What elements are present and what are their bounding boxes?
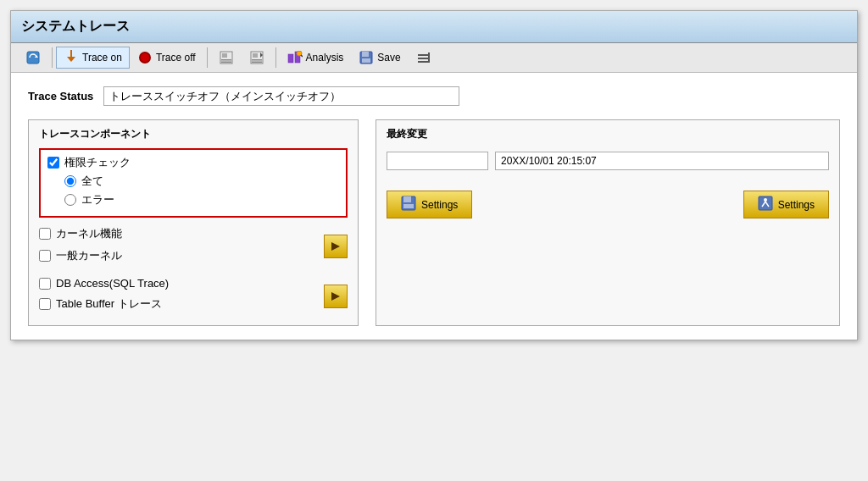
last-changed-date-input[interactable] — [495, 152, 829, 170]
table-buffer-checkbox[interactable] — [39, 298, 51, 310]
toolbar: Trace on Trace off — [11, 43, 857, 73]
svg-rect-5 — [222, 53, 227, 58]
save-icon — [359, 50, 374, 65]
svg-rect-21 — [418, 58, 430, 59]
left-panel-title: トレースコンポーネント — [39, 127, 348, 141]
all-radio-row: 全て — [64, 174, 339, 189]
settings-load-icon — [758, 196, 773, 213]
save-list-2-icon — [249, 50, 264, 65]
db-access-checkbox[interactable] — [39, 278, 51, 290]
svg-marker-3 — [67, 57, 75, 62]
svg-rect-10 — [252, 59, 262, 61]
content-area: Trace Status トレースコンポーネント 権限チェック — [11, 73, 857, 340]
kernel-checkboxes: カーネル機能 一般カーネル — [39, 226, 122, 267]
window-title: システムトレース — [21, 19, 130, 33]
separator-2 — [207, 47, 208, 68]
general-kernel-checkbox[interactable] — [39, 250, 51, 262]
trace-status-input[interactable] — [103, 86, 459, 106]
trace-off-icon — [137, 50, 153, 65]
svg-rect-28 — [403, 204, 414, 208]
title-bar: システムトレース — [11, 11, 857, 43]
svg-rect-13 — [288, 54, 293, 63]
db-access-checkbox-row: DB Access(SQL Trace) — [39, 277, 169, 290]
save-button[interactable]: Save — [351, 47, 408, 69]
misc-button[interactable] — [409, 47, 439, 69]
left-panel: トレースコンポーネント 権限チェック 全て — [28, 119, 359, 326]
misc-icon — [416, 50, 431, 65]
separator-3 — [275, 47, 276, 68]
save-list-button-1[interactable] — [211, 47, 242, 69]
svg-rect-11 — [252, 62, 262, 64]
trace-on-label: Trace on — [82, 52, 122, 64]
error-radio-row: エラー — [64, 192, 339, 207]
settings-buttons-row: Settings Settings — [387, 191, 829, 218]
right-panel-title: 最終変更 — [387, 127, 829, 141]
svg-rect-6 — [221, 59, 231, 61]
settings-save-icon — [401, 196, 416, 213]
auth-check-row: 権限チェック — [47, 155, 339, 170]
all-label: 全て — [81, 174, 103, 189]
all-radio[interactable] — [64, 175, 76, 187]
db-nav-button[interactable] — [324, 285, 348, 308]
analysis-icon — [287, 50, 303, 65]
settings-load-label: Settings — [778, 199, 815, 211]
analysis-button[interactable]: Analysis — [280, 47, 352, 69]
general-kernel-label: 一般カーネル — [56, 248, 122, 263]
kernel-nav-button[interactable] — [324, 235, 348, 258]
svg-marker-24 — [331, 242, 340, 251]
error-radio[interactable] — [64, 194, 76, 206]
svg-rect-9 — [253, 53, 258, 58]
svg-rect-27 — [403, 196, 411, 202]
main-window: システムトレース Trace on — [10, 10, 858, 340]
kernel-func-checkbox[interactable] — [39, 228, 51, 240]
table-buffer-label: Table Buffer トレース — [56, 296, 162, 312]
settings-load-button[interactable]: Settings — [743, 191, 829, 218]
kernel-func-label: カーネル機能 — [56, 226, 122, 241]
svg-rect-19 — [362, 58, 370, 63]
panels-row: トレースコンポーネント 権限チェック 全て — [28, 119, 840, 326]
trace-on-button[interactable]: Trace on — [56, 47, 130, 69]
separator-1 — [52, 47, 53, 68]
svg-marker-25 — [331, 292, 340, 301]
right-panel: 最終変更 — [376, 119, 840, 326]
save-list-1-icon — [219, 50, 234, 65]
svg-line-16 — [301, 55, 303, 57]
last-changed-row — [387, 152, 829, 170]
refresh-icon — [25, 50, 41, 65]
svg-rect-18 — [362, 52, 369, 57]
auth-check-checkbox[interactable] — [47, 157, 59, 169]
svg-rect-23 — [428, 53, 430, 63]
refresh-button[interactable] — [18, 47, 48, 69]
settings-save-button[interactable]: Settings — [387, 191, 472, 218]
general-kernel-checkbox-row: 一般カーネル — [39, 248, 122, 263]
kernel-func-row: カーネル機能 一般カーネル — [39, 226, 348, 267]
save-label: Save — [377, 52, 400, 64]
settings-save-label: Settings — [421, 199, 458, 211]
svg-rect-7 — [221, 62, 231, 64]
db-access-label: DB Access(SQL Trace) — [56, 277, 169, 290]
svg-point-30 — [764, 198, 767, 202]
kernel-func-checkbox-row: カーネル機能 — [39, 226, 122, 241]
analysis-label: Analysis — [306, 52, 344, 64]
svg-rect-22 — [418, 61, 430, 63]
error-label: エラー — [81, 192, 114, 207]
db-access-row: DB Access(SQL Trace) Table Buffer トレース — [39, 277, 348, 315]
trace-off-label: Trace off — [156, 52, 196, 64]
svg-rect-20 — [418, 54, 430, 56]
trace-off-button[interactable]: Trace off — [130, 47, 203, 69]
highlighted-section: 権限チェック 全て エラー — [39, 148, 348, 218]
db-checkboxes: DB Access(SQL Trace) Table Buffer トレース — [39, 277, 169, 315]
trace-status-row: Trace Status — [28, 86, 840, 106]
trace-on-icon — [64, 50, 79, 65]
auth-check-label: 権限チェック — [64, 155, 131, 170]
save-list-button-2[interactable] — [242, 47, 272, 69]
last-changed-user-input[interactable] — [387, 152, 488, 170]
table-buffer-checkbox-row: Table Buffer トレース — [39, 296, 169, 312]
trace-status-label: Trace Status — [28, 90, 93, 102]
